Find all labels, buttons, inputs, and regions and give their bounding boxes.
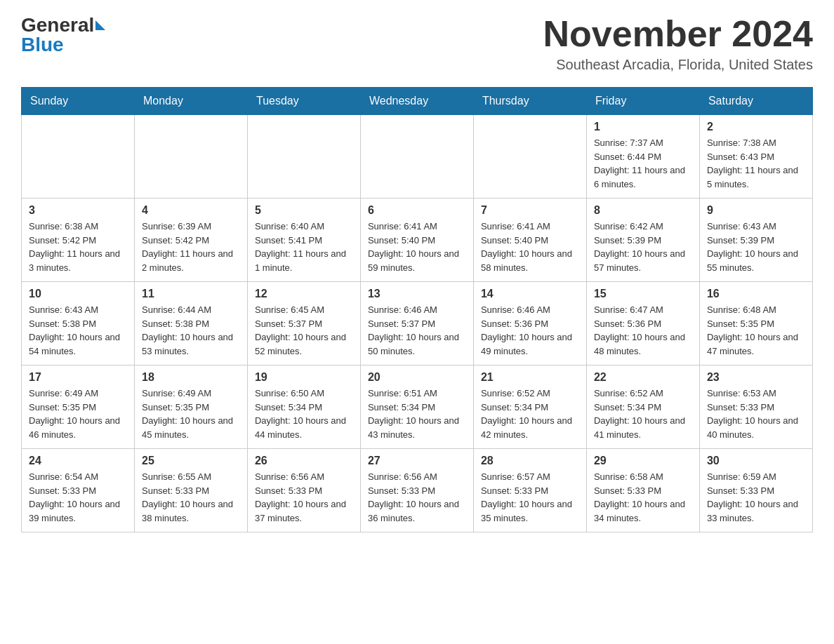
day-info: Sunrise: 6:51 AM Sunset: 5:34 PM Dayligh… <box>368 387 466 441</box>
day-number: 27 <box>368 455 466 467</box>
day-number: 15 <box>594 288 692 300</box>
day-info: Sunrise: 6:40 AM Sunset: 5:41 PM Dayligh… <box>255 220 353 274</box>
day-number: 25 <box>142 455 240 467</box>
calendar-cell: 7Sunrise: 6:41 AM Sunset: 5:40 PM Daylig… <box>473 199 586 282</box>
day-info: Sunrise: 6:49 AM Sunset: 5:35 PM Dayligh… <box>142 387 240 441</box>
day-number: 19 <box>255 371 353 384</box>
logo-blue-text: Blue <box>21 34 64 56</box>
day-number: 9 <box>707 204 805 217</box>
day-header-monday: Monday <box>134 88 247 115</box>
calendar-cell: 29Sunrise: 6:58 AM Sunset: 5:33 PM Dayli… <box>586 449 699 532</box>
calendar-cell: 8Sunrise: 6:42 AM Sunset: 5:39 PM Daylig… <box>586 199 699 282</box>
week-row-3: 10Sunrise: 6:43 AM Sunset: 5:38 PM Dayli… <box>22 282 813 365</box>
day-number: 24 <box>29 455 127 467</box>
calendar-cell: 18Sunrise: 6:49 AM Sunset: 5:35 PM Dayli… <box>134 365 247 449</box>
day-number: 21 <box>481 371 579 384</box>
day-number: 26 <box>255 455 353 467</box>
day-header-sunday: Sunday <box>22 88 135 115</box>
day-number: 29 <box>594 455 692 467</box>
day-info: Sunrise: 6:43 AM Sunset: 5:38 PM Dayligh… <box>29 303 127 358</box>
day-info: Sunrise: 6:45 AM Sunset: 5:37 PM Dayligh… <box>255 303 353 358</box>
day-info: Sunrise: 7:38 AM Sunset: 6:43 PM Dayligh… <box>707 136 805 191</box>
day-info: Sunrise: 6:52 AM Sunset: 5:34 PM Dayligh… <box>594 387 692 441</box>
calendar-cell: 2Sunrise: 7:38 AM Sunset: 6:43 PM Daylig… <box>699 115 812 199</box>
day-number: 11 <box>142 288 240 300</box>
day-number: 14 <box>481 288 579 300</box>
day-header-friday: Friday <box>586 88 699 115</box>
day-number: 12 <box>255 288 353 300</box>
day-info: Sunrise: 6:56 AM Sunset: 5:33 PM Dayligh… <box>368 470 466 525</box>
logo-bottom-row: Blue <box>21 34 64 56</box>
day-number: 4 <box>142 204 240 217</box>
calendar-cell: 9Sunrise: 6:43 AM Sunset: 5:39 PM Daylig… <box>699 199 812 282</box>
calendar-cell: 15Sunrise: 6:47 AM Sunset: 5:36 PM Dayli… <box>586 282 699 365</box>
day-number: 10 <box>29 288 127 300</box>
calendar-cell: 6Sunrise: 6:41 AM Sunset: 5:40 PM Daylig… <box>360 199 473 282</box>
day-info: Sunrise: 6:39 AM Sunset: 5:42 PM Dayligh… <box>142 220 240 274</box>
week-row-1: 1Sunrise: 7:37 AM Sunset: 6:44 PM Daylig… <box>22 115 813 199</box>
logo-triangle-icon <box>95 20 105 30</box>
day-info: Sunrise: 6:41 AM Sunset: 5:40 PM Dayligh… <box>481 220 579 274</box>
day-number: 6 <box>368 204 466 217</box>
day-info: Sunrise: 6:46 AM Sunset: 5:37 PM Dayligh… <box>368 303 466 358</box>
day-info: Sunrise: 6:44 AM Sunset: 5:38 PM Dayligh… <box>142 303 240 358</box>
calendar-cell <box>473 115 586 199</box>
day-info: Sunrise: 6:50 AM Sunset: 5:34 PM Dayligh… <box>255 387 353 441</box>
calendar-cell: 23Sunrise: 6:53 AM Sunset: 5:33 PM Dayli… <box>699 365 812 449</box>
month-title: November 2024 <box>543 14 813 54</box>
day-header-wednesday: Wednesday <box>360 88 473 115</box>
day-info: Sunrise: 6:53 AM Sunset: 5:33 PM Dayligh… <box>707 387 805 441</box>
calendar-cell: 16Sunrise: 6:48 AM Sunset: 5:35 PM Dayli… <box>699 282 812 365</box>
location-title: Southeast Arcadia, Florida, United State… <box>543 57 813 73</box>
day-info: Sunrise: 6:55 AM Sunset: 5:33 PM Dayligh… <box>142 470 240 525</box>
calendar-cell: 27Sunrise: 6:56 AM Sunset: 5:33 PM Dayli… <box>360 449 473 532</box>
day-info: Sunrise: 6:52 AM Sunset: 5:34 PM Dayligh… <box>481 387 579 441</box>
calendar-cell: 4Sunrise: 6:39 AM Sunset: 5:42 PM Daylig… <box>134 199 247 282</box>
title-area: November 2024 Southeast Arcadia, Florida… <box>543 14 813 73</box>
calendar-header-row: SundayMondayTuesdayWednesdayThursdayFrid… <box>22 88 813 115</box>
day-number: 5 <box>255 204 353 217</box>
calendar-cell: 28Sunrise: 6:57 AM Sunset: 5:33 PM Dayli… <box>473 449 586 532</box>
calendar-cell: 21Sunrise: 6:52 AM Sunset: 5:34 PM Dayli… <box>473 365 586 449</box>
day-number: 20 <box>368 371 466 384</box>
day-info: Sunrise: 6:49 AM Sunset: 5:35 PM Dayligh… <box>29 387 127 441</box>
day-number: 2 <box>707 121 805 133</box>
day-number: 18 <box>142 371 240 384</box>
day-header-thursday: Thursday <box>473 88 586 115</box>
calendar-cell: 10Sunrise: 6:43 AM Sunset: 5:38 PM Dayli… <box>22 282 135 365</box>
day-header-tuesday: Tuesday <box>247 88 360 115</box>
calendar-cell: 26Sunrise: 6:56 AM Sunset: 5:33 PM Dayli… <box>247 449 360 532</box>
day-info: Sunrise: 6:42 AM Sunset: 5:39 PM Dayligh… <box>594 220 692 274</box>
calendar-cell: 25Sunrise: 6:55 AM Sunset: 5:33 PM Dayli… <box>134 449 247 532</box>
calendar-cell <box>22 115 135 199</box>
calendar-cell <box>360 115 473 199</box>
day-info: Sunrise: 6:38 AM Sunset: 5:42 PM Dayligh… <box>29 220 127 274</box>
day-number: 22 <box>594 371 692 384</box>
day-number: 28 <box>481 455 579 467</box>
calendar-cell: 1Sunrise: 7:37 AM Sunset: 6:44 PM Daylig… <box>586 115 699 199</box>
day-number: 7 <box>481 204 579 217</box>
day-info: Sunrise: 6:57 AM Sunset: 5:33 PM Dayligh… <box>481 470 579 525</box>
calendar-cell: 11Sunrise: 6:44 AM Sunset: 5:38 PM Dayli… <box>134 282 247 365</box>
calendar-cell: 30Sunrise: 6:59 AM Sunset: 5:33 PM Dayli… <box>699 449 812 532</box>
calendar-cell <box>134 115 247 199</box>
day-number: 3 <box>29 204 127 217</box>
calendar-cell: 22Sunrise: 6:52 AM Sunset: 5:34 PM Dayli… <box>586 365 699 449</box>
day-number: 8 <box>594 204 692 217</box>
calendar-cell: 12Sunrise: 6:45 AM Sunset: 5:37 PM Dayli… <box>247 282 360 365</box>
header: General Blue November 2024 Southeast Arc… <box>21 14 813 73</box>
day-info: Sunrise: 7:37 AM Sunset: 6:44 PM Dayligh… <box>594 136 692 191</box>
day-info: Sunrise: 6:54 AM Sunset: 5:33 PM Dayligh… <box>29 470 127 525</box>
day-number: 30 <box>707 455 805 467</box>
calendar-cell: 3Sunrise: 6:38 AM Sunset: 5:42 PM Daylig… <box>22 199 135 282</box>
calendar-table: SundayMondayTuesdayWednesdayThursdayFrid… <box>21 87 813 532</box>
day-info: Sunrise: 6:48 AM Sunset: 5:35 PM Dayligh… <box>707 303 805 358</box>
calendar-cell: 20Sunrise: 6:51 AM Sunset: 5:34 PM Dayli… <box>360 365 473 449</box>
calendar-cell: 5Sunrise: 6:40 AM Sunset: 5:41 PM Daylig… <box>247 199 360 282</box>
calendar-cell: 13Sunrise: 6:46 AM Sunset: 5:37 PM Dayli… <box>360 282 473 365</box>
day-info: Sunrise: 6:56 AM Sunset: 5:33 PM Dayligh… <box>255 470 353 525</box>
day-info: Sunrise: 6:47 AM Sunset: 5:36 PM Dayligh… <box>594 303 692 358</box>
day-info: Sunrise: 6:41 AM Sunset: 5:40 PM Dayligh… <box>368 220 466 274</box>
day-number: 13 <box>368 288 466 300</box>
week-row-4: 17Sunrise: 6:49 AM Sunset: 5:35 PM Dayli… <box>22 365 813 449</box>
